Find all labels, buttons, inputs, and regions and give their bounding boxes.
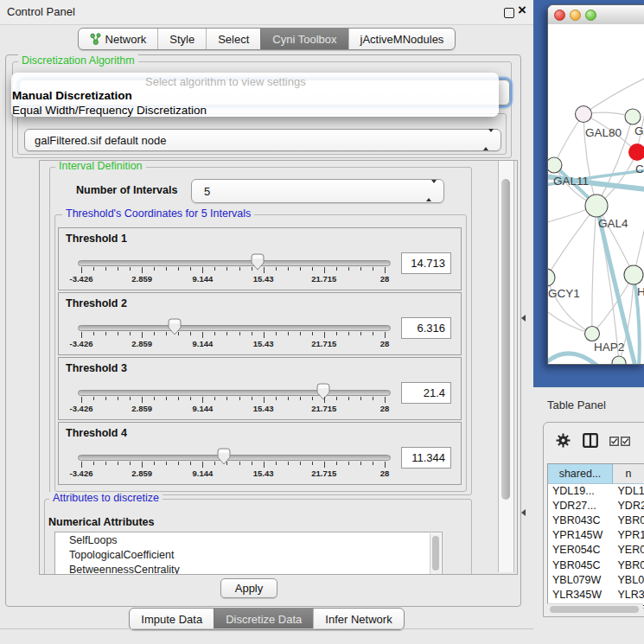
node-label: GCY1 <box>548 287 580 300</box>
threshold-slider-track[interactable] <box>78 325 391 331</box>
tab-style[interactable]: Style <box>157 29 206 49</box>
threshold-slider-handle[interactable] <box>251 253 265 271</box>
network-edge[interactable] <box>583 78 644 114</box>
cell-shared-name[interactable]: YER054C <box>548 544 612 556</box>
network-canvas[interactable]: GAL80GACGAL11GAL4GCY1HHAP2 <box>548 24 644 364</box>
attributes-scrollbar[interactable] <box>430 533 441 575</box>
tab-infer-network[interactable]: Infer Network <box>313 609 403 629</box>
table-row[interactable]: YBR045CYBR045C <box>548 558 644 572</box>
apply-button[interactable]: Apply <box>220 578 277 598</box>
tab-label: jActiveMNodules <box>360 29 444 49</box>
spinner-arrows-icon[interactable] <box>426 183 437 199</box>
network-node-gal80[interactable] <box>576 106 592 123</box>
tab-impute-data[interactable]: Impute Data <box>130 609 214 629</box>
threshold-value-field[interactable]: 14.713 <box>401 252 451 274</box>
close-traffic-light-icon[interactable] <box>554 10 565 21</box>
cell-name[interactable]: YBL079W <box>612 574 644 586</box>
cell-name[interactable]: YDR27 <box>612 500 644 512</box>
tab-cyni-toolbox[interactable]: Cyni Toolbox <box>260 29 348 49</box>
table-row[interactable]: YDL19...YDL19 <box>548 483 644 498</box>
cell-shared-name[interactable]: YBR045C <box>548 559 612 571</box>
control-panel-titlebar <box>0 0 533 25</box>
network-node-ga[interactable] <box>625 109 641 124</box>
network-node-gal11[interactable] <box>548 157 562 173</box>
network-node-h[interactable] <box>624 265 643 284</box>
table-horizontal-scrollbar[interactable] <box>547 603 643 615</box>
table-horizontal-scrollbar-thumb[interactable] <box>550 606 639 613</box>
minimize-traffic-light-icon[interactable] <box>570 10 581 21</box>
checkbox-icon[interactable] <box>609 437 619 446</box>
network-node-gal4[interactable] <box>585 194 608 217</box>
threshold-slider-track[interactable] <box>78 260 391 266</box>
cell-name[interactable]: YPR145W <box>612 529 644 541</box>
algorithm-option-equal-width[interactable]: Equal Width/Frequency Discretization <box>12 104 207 117</box>
network-edge[interactable] <box>554 114 583 165</box>
list-item[interactable]: TopologicalCoefficient <box>55 547 442 562</box>
table-row[interactable]: YPR145WYPR145W <box>548 528 644 543</box>
cell-name[interactable]: YBR043C <box>612 514 644 526</box>
close-icon[interactable]: × <box>518 2 526 19</box>
network-edge[interactable] <box>548 354 598 364</box>
cell-shared-name[interactable]: YDR27... <box>548 500 612 512</box>
slider-tick-label: 2.859 <box>131 339 152 348</box>
network-edge[interactable] <box>548 206 596 277</box>
float-window-icon[interactable] <box>504 8 514 18</box>
cell-shared-name[interactable]: YPR145W <box>548 529 612 541</box>
cell-name[interactable]: YER054C <box>612 544 644 556</box>
tab-select[interactable]: Select <box>206 29 260 49</box>
numerical-attributes-list[interactable]: SelfLoopsTopologicalCoefficientBetweenne… <box>54 532 443 575</box>
network-edge[interactable] <box>596 206 634 275</box>
list-item[interactable]: BetweennessCentrality <box>55 562 442 575</box>
network-edge[interactable] <box>592 206 596 334</box>
threshold-slider-handle[interactable] <box>217 448 231 465</box>
slider-tick-label: 21.715 <box>311 469 336 478</box>
cell-name[interactable]: YBR045C <box>612 559 644 571</box>
cell-name[interactable]: YDL19 <box>612 485 644 497</box>
checkbox-icon[interactable] <box>621 437 630 446</box>
threshold-block: Threshold 1 -3.4262.8599.14415.4321.7152… <box>58 227 462 290</box>
network-node-hap2[interactable] <box>585 327 600 341</box>
slider-tick-label: 2.859 <box>131 404 152 413</box>
slider-tick-label: -3.426 <box>70 404 93 413</box>
split-columns-icon[interactable] <box>583 433 598 448</box>
tab-jactivemnodules[interactable]: jActiveMNodules <box>348 29 456 49</box>
attributes-scrollbar-thumb[interactable] <box>432 536 439 571</box>
splitter-collapse-icon[interactable] <box>521 315 526 322</box>
network-node-gcy1[interactable] <box>548 269 555 286</box>
network-window-titlebar[interactable] <box>548 5 644 25</box>
tab-label: Discretize Data <box>226 609 302 629</box>
network-node[interactable] <box>612 356 626 364</box>
table-data-combobox[interactable]: galFiltered.sif default node <box>24 129 501 151</box>
cell-shared-name[interactable]: YDL19... <box>548 485 612 497</box>
threshold-value-field[interactable]: 6.316 <box>401 317 451 339</box>
node-label: HAP2 <box>594 341 624 354</box>
spinner-arrows-icon[interactable] <box>483 132 494 148</box>
table-row[interactable]: YLR345WYLR345W <box>548 587 644 602</box>
table-header: shared... n <box>548 464 644 484</box>
column-header-shared-name[interactable]: shared... <box>548 464 613 483</box>
tab-discretize-data[interactable]: Discretize Data <box>214 609 313 629</box>
panel-scrollbar-thumb[interactable] <box>501 179 510 500</box>
gear-icon[interactable] <box>555 432 571 449</box>
cell-shared-name[interactable]: YLR345W <box>548 589 612 601</box>
threshold-slider-track[interactable] <box>78 455 391 461</box>
threshold-slider-track[interactable] <box>78 390 391 396</box>
zoom-traffic-light-icon[interactable] <box>585 10 596 21</box>
algorithm-option-manual[interactable]: Manual Discretization <box>12 89 132 102</box>
splitter-collapse-icon[interactable] <box>521 509 526 516</box>
list-item[interactable]: SelfLoops <box>55 532 442 547</box>
number-of-intervals-combobox[interactable]: 5 <box>191 179 444 203</box>
table-row[interactable]: YBR043CYBR043C <box>548 513 644 527</box>
tab-network[interactable]: Network <box>79 29 158 49</box>
panel-scrollbar[interactable] <box>498 161 514 572</box>
column-header-name[interactable]: n <box>613 464 644 483</box>
cell-name[interactable]: YLR345W <box>612 589 644 601</box>
threshold-value-field[interactable]: 21.4 <box>401 382 451 404</box>
cell-shared-name[interactable]: YBL079W <box>548 574 612 586</box>
table-row[interactable]: YBL079WYBL079W <box>548 572 644 587</box>
threshold-value-field[interactable]: 11.344 <box>401 447 451 469</box>
slider-tick-label: -3.426 <box>70 469 93 478</box>
table-row[interactable]: YER054CYER054C <box>548 543 644 558</box>
cell-shared-name[interactable]: YBR043C <box>548 514 612 526</box>
table-row[interactable]: YDR27...YDR27 <box>548 498 644 513</box>
